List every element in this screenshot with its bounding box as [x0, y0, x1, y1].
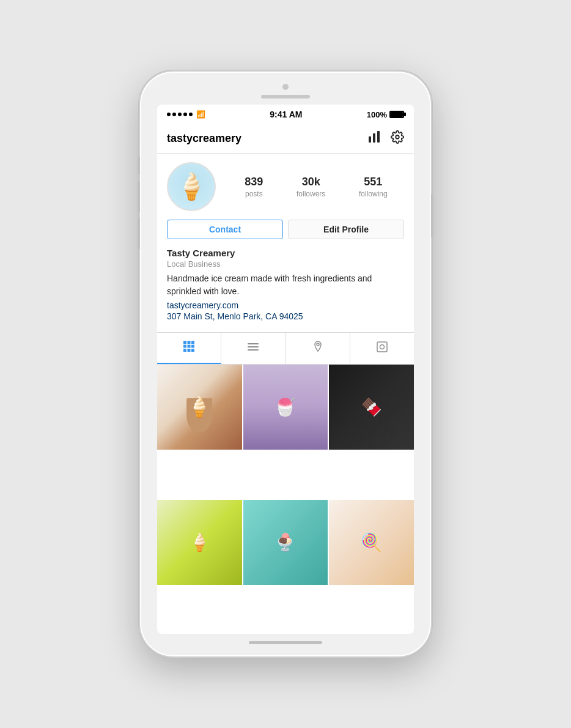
svg-rect-8 [191, 345, 194, 348]
status-bar: 📶 9:41 AM 100% [157, 105, 414, 124]
tab-grid[interactable] [157, 333, 221, 364]
tab-bar [157, 332, 414, 365]
signal-dot [167, 113, 171, 116]
phone-mute-button [138, 157, 140, 174]
followers-label: followers [297, 190, 325, 198]
tab-tagged[interactable] [350, 333, 414, 364]
chart-icon[interactable] [367, 130, 381, 147]
profile-username: tastycreamery [167, 132, 241, 145]
svg-rect-9 [183, 349, 186, 352]
grid-icon [183, 340, 195, 355]
svg-rect-13 [248, 346, 259, 347]
svg-rect-5 [191, 341, 194, 344]
svg-rect-6 [183, 345, 186, 348]
signal-dots [167, 113, 193, 116]
stat-followers[interactable]: 30k followers [297, 176, 325, 198]
battery-fill [391, 112, 403, 117]
header-icons [367, 130, 404, 147]
svg-rect-4 [188, 341, 191, 344]
avatar-emoji: 🍦 [175, 174, 207, 199]
bio-website[interactable]: tastycreamery.com [167, 300, 404, 310]
profile-top-row: 🍦 839 posts 30k followers 551 following [167, 162, 404, 211]
status-right: 100% [367, 110, 404, 119]
tagged-icon [376, 341, 388, 356]
following-count: 551 [364, 176, 382, 188]
tab-location[interactable] [286, 333, 350, 364]
bio-section: Tasty Creamery Local Business Handmade i… [167, 248, 404, 321]
profile-info: 🍦 839 posts 30k followers 551 following [157, 154, 414, 332]
status-left: 📶 [167, 110, 205, 119]
bio-name: Tasty Creamery [167, 248, 404, 258]
phone-speaker [261, 95, 310, 98]
wifi-icon: 📶 [196, 110, 205, 119]
followers-count: 30k [302, 176, 320, 188]
tab-list[interactable] [221, 333, 286, 364]
grid-photo-6[interactable] [329, 500, 414, 585]
svg-rect-1 [373, 133, 375, 143]
svg-rect-15 [377, 342, 387, 352]
profile-header: tastycreamery [157, 124, 414, 154]
location-icon [312, 341, 324, 356]
grid-photo-4[interactable] [157, 500, 242, 585]
svg-rect-0 [369, 136, 371, 143]
grid-photo-2[interactable] [243, 365, 328, 450]
stats-row: 839 posts 30k followers 551 following [228, 176, 404, 198]
svg-rect-14 [248, 349, 259, 351]
profile-buttons: Contact Edit Profile [167, 220, 404, 239]
avatar: 🍦 [167, 162, 216, 211]
phone-volume-up-button [138, 182, 140, 212]
signal-dot [183, 113, 187, 116]
battery-percent: 100% [367, 110, 387, 119]
svg-rect-2 [377, 131, 380, 143]
edit-profile-button[interactable]: Edit Profile [288, 220, 404, 239]
posts-count: 839 [245, 176, 263, 188]
phone-screen: 📶 9:41 AM 100% tastycreamery [157, 105, 414, 634]
svg-point-16 [380, 345, 384, 349]
list-icon [247, 341, 259, 356]
grid-photo-1[interactable] [157, 365, 242, 450]
svg-rect-11 [191, 349, 194, 352]
photo-grid [157, 365, 414, 634]
signal-dot [178, 113, 182, 116]
contact-button[interactable]: Contact [167, 220, 283, 239]
following-label: following [359, 190, 388, 198]
svg-rect-7 [188, 345, 191, 348]
svg-rect-10 [188, 349, 191, 352]
signal-dot [189, 113, 193, 116]
phone-mockup: 📶 9:41 AM 100% tastycreamery [139, 70, 432, 658]
signal-dot [172, 113, 176, 116]
grid-photo-3[interactable] [329, 365, 414, 450]
bio-category: Local Business [167, 259, 404, 269]
svg-rect-3 [183, 341, 186, 344]
stat-posts: 839 posts [245, 176, 263, 198]
stat-following[interactable]: 551 following [359, 176, 388, 198]
grid-photo-5[interactable] [243, 500, 328, 585]
bio-description: Handmade ice cream made with fresh ingre… [167, 272, 404, 298]
phone-camera [282, 84, 289, 90]
phone-home-indicator [249, 641, 322, 644]
settings-icon[interactable] [391, 130, 404, 147]
phone-power-button [431, 194, 433, 237]
status-time: 9:41 AM [270, 110, 302, 119]
posts-label: posts [245, 190, 263, 198]
phone-volume-down-button [138, 218, 140, 249]
battery-icon [389, 111, 404, 118]
phone-top-decoration [261, 84, 310, 98]
bio-address: 307 Main St, Menlo Park, CA 94025 [167, 311, 404, 321]
svg-rect-12 [248, 343, 259, 344]
